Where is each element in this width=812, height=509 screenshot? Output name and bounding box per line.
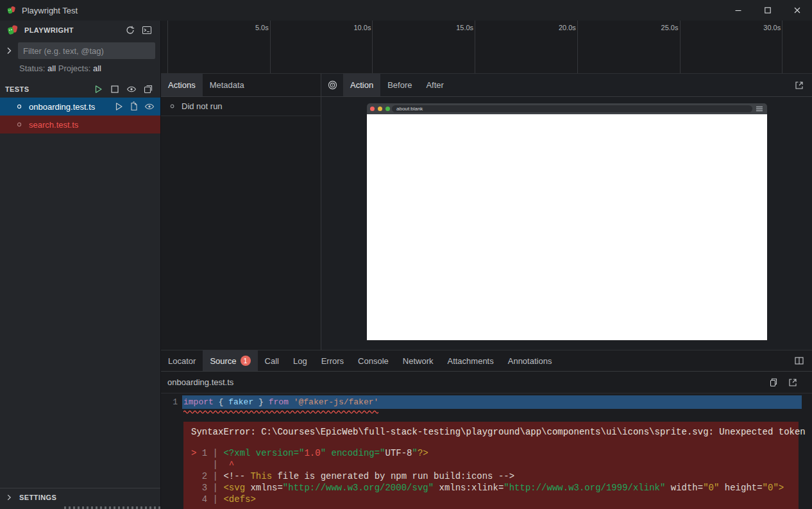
tab-metadata[interactable]: Metadata xyxy=(203,74,251,96)
source-line-1: 1 import { faker } from '@faker-js/faker… xyxy=(161,395,812,409)
minimize-button[interactable] xyxy=(723,0,753,21)
browser-chrome-bar: about:blank xyxy=(367,103,767,114)
did-not-run-label: Did not run xyxy=(182,101,223,111)
error-code-line: | ^ xyxy=(191,459,791,470)
timeline-tick-label: 20.0s xyxy=(559,24,576,31)
show-source-icon[interactable] xyxy=(127,99,141,114)
tab-call[interactable]: Call xyxy=(258,350,286,371)
tests-header: TESTS xyxy=(0,81,160,98)
snapshot-tabbar: ActionBeforeAfter xyxy=(321,74,812,97)
tab-label: Actions xyxy=(168,80,196,90)
tests-title: TESTS xyxy=(5,85,89,93)
filter-input[interactable] xyxy=(18,42,155,59)
test-row-onboarding[interactable]: onboarding.test.ts xyxy=(0,98,160,116)
source-file-bar: onboarding.test.ts xyxy=(161,372,812,393)
test-file-name: onboarding.test.ts xyxy=(29,102,95,112)
tab-label: Source xyxy=(210,356,236,366)
tab-annotations[interactable]: Annotations xyxy=(501,350,559,371)
stop-icon[interactable] xyxy=(108,82,122,96)
timeline-gridline: 25.0s xyxy=(680,21,681,73)
settings-title: SETTINGS xyxy=(19,494,56,501)
error-message: SyntaxError: C:\Courses\EpicWeb\full-sta… xyxy=(191,427,791,437)
timeline-gridline: 5.0s xyxy=(270,21,271,73)
run-test-icon[interactable] xyxy=(112,99,126,114)
pick-locator-icon[interactable] xyxy=(321,74,343,96)
projects-value[interactable]: all xyxy=(93,64,101,73)
tab-after[interactable]: After xyxy=(419,74,450,96)
tab-actions[interactable]: Actions xyxy=(161,74,203,96)
line-number: 1 xyxy=(161,397,178,407)
copy-icon[interactable] xyxy=(766,375,781,390)
open-source-external-icon[interactable] xyxy=(786,375,800,390)
maximize-button[interactable] xyxy=(753,0,782,21)
tab-attachments[interactable]: Attachments xyxy=(440,350,500,371)
open-snapshot-external-icon[interactable] xyxy=(792,78,806,92)
timeline-ruler[interactable]: 5.0s10.0s15.0s20.0s25.0s30.0s xyxy=(161,21,812,74)
tab-errors[interactable]: Errors xyxy=(314,350,351,371)
source-code-text: import { faker } from '@faker-js/faker' xyxy=(178,397,378,407)
split-view-icon[interactable] xyxy=(792,354,806,368)
status-circle-icon xyxy=(15,103,23,110)
tab-before[interactable]: Before xyxy=(380,74,419,96)
watch-test-eye-icon[interactable] xyxy=(142,99,156,114)
tab-label: Action xyxy=(350,80,373,90)
details-tabbar: LocatorSource1CallLogErrorsConsoleNetwor… xyxy=(161,350,812,372)
tab-label: Locator xyxy=(168,356,196,366)
tab-label: Log xyxy=(293,356,307,366)
test-file-name: search.test.ts xyxy=(29,120,78,130)
error-count-badge: 1 xyxy=(241,356,251,366)
tab-label: Network xyxy=(403,356,434,366)
traffic-light-green-icon xyxy=(385,107,390,111)
address-bar: about:blank xyxy=(392,105,752,112)
tab-console[interactable]: Console xyxy=(351,350,396,371)
sidebar: PLAYWRIGHT Status: all Projects: all TES… xyxy=(0,21,160,509)
watch-all-eye-icon[interactable] xyxy=(124,82,139,96)
error-code-frame: > 1 | <?xml version="1.0" encoding="UTF-… xyxy=(191,447,791,505)
timeline-gridline: 10.0s xyxy=(372,21,373,73)
tab-locator[interactable]: Locator xyxy=(161,350,203,371)
error-squiggle xyxy=(161,409,812,415)
playwright-logo-icon xyxy=(6,5,17,15)
timeline-tick-label: 15.0s xyxy=(456,24,473,31)
sidebar-section-header: PLAYWRIGHT xyxy=(0,21,160,40)
snapshot-page-content xyxy=(367,114,767,340)
chevron-right-icon[interactable] xyxy=(0,46,18,56)
tab-log[interactable]: Log xyxy=(286,350,314,371)
status-circle-icon xyxy=(15,121,23,128)
status-row: Status: all Projects: all xyxy=(0,60,160,76)
run-all-icon[interactable] xyxy=(91,82,105,96)
status-value[interactable]: all xyxy=(47,64,56,73)
snapshot-viewport: about:blank xyxy=(321,97,812,350)
did-not-run-row[interactable]: Did not run xyxy=(161,97,321,116)
timeline-gridline: 15.0s xyxy=(475,21,475,73)
tab-label: Metadata xyxy=(210,80,244,90)
actions-panel: ActionsMetadata Did not run xyxy=(161,74,321,350)
window-title: Playwright Test xyxy=(22,6,78,15)
source-file-name: onboarding.test.ts xyxy=(167,377,233,387)
timeline-gridline xyxy=(167,21,168,73)
error-code-line: 4 | <defs> xyxy=(191,494,791,505)
tab-source[interactable]: Source1 xyxy=(203,350,257,371)
settings-section-header[interactable]: SETTINGS xyxy=(0,488,160,506)
timeline-gridline: 20.0s xyxy=(577,21,578,73)
browser-snapshot: about:blank xyxy=(367,103,767,340)
projects-label: Projects: xyxy=(58,64,91,73)
timeline-tick-label: 30.0s xyxy=(763,24,781,31)
menu-icon xyxy=(756,105,763,112)
tab-label: Attachments xyxy=(447,356,493,366)
refresh-icon[interactable] xyxy=(123,23,137,37)
title-bar: Playwright Test xyxy=(0,0,812,21)
close-button[interactable] xyxy=(782,0,812,21)
terminal-icon[interactable] xyxy=(140,23,154,37)
status-label: Status: xyxy=(19,64,45,73)
traffic-light-yellow-icon xyxy=(378,107,382,111)
test-row-search[interactable]: search.test.ts xyxy=(0,116,160,134)
tab-action[interactable]: Action xyxy=(343,74,380,96)
test-row-actions xyxy=(110,99,160,114)
traffic-light-red-icon xyxy=(370,107,375,111)
collapse-all-icon[interactable] xyxy=(141,82,155,96)
trace-viewer: 5.0s10.0s15.0s20.0s25.0s30.0s ActionsMet… xyxy=(160,21,812,509)
tab-label: Before xyxy=(387,80,412,90)
window-controls xyxy=(723,0,812,21)
tab-network[interactable]: Network xyxy=(396,350,441,371)
